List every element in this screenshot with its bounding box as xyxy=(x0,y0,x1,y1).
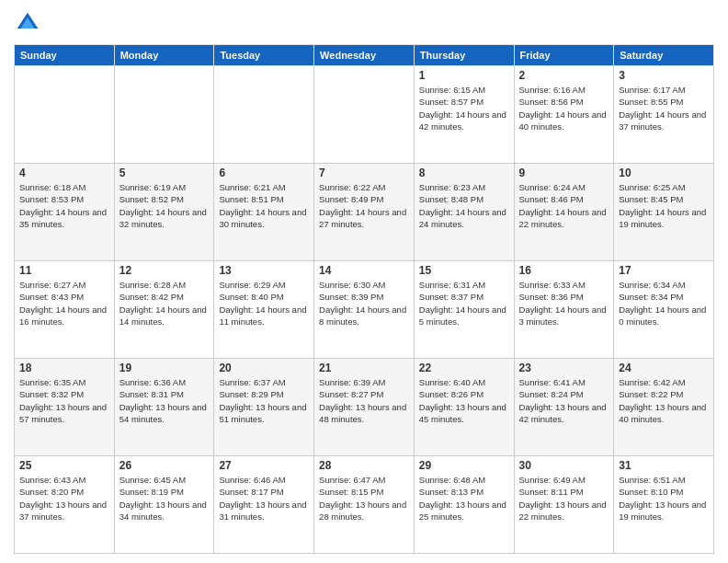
day-info: Sunrise: 6:37 AMSunset: 8:29 PMDaylight:… xyxy=(219,376,309,425)
day-number: 20 xyxy=(219,362,309,374)
calendar-cell: 18Sunrise: 6:35 AMSunset: 8:32 PMDayligh… xyxy=(15,359,115,456)
day-info: Sunrise: 6:51 AMSunset: 8:10 PMDaylight:… xyxy=(619,474,709,523)
day-number: 29 xyxy=(419,459,509,472)
header xyxy=(14,9,714,37)
day-number: 25 xyxy=(19,459,109,472)
day-number: 23 xyxy=(519,362,609,374)
calendar-cell: 31Sunrise: 6:51 AMSunset: 8:10 PMDayligh… xyxy=(614,456,714,554)
day-info: Sunrise: 6:31 AMSunset: 8:37 PMDaylight:… xyxy=(419,279,509,327)
day-number: 13 xyxy=(219,264,309,277)
day-info: Sunrise: 6:29 AMSunset: 8:40 PMDaylight:… xyxy=(219,279,309,327)
day-number: 11 xyxy=(19,264,109,277)
calendar-cell: 17Sunrise: 6:34 AMSunset: 8:34 PMDayligh… xyxy=(614,261,714,359)
day-number: 16 xyxy=(519,264,609,277)
day-number: 10 xyxy=(619,167,709,179)
day-info: Sunrise: 6:30 AMSunset: 8:39 PMDaylight:… xyxy=(319,279,409,327)
calendar-cell: 25Sunrise: 6:43 AMSunset: 8:20 PMDayligh… xyxy=(15,456,115,554)
calendar-cell: 30Sunrise: 6:49 AMSunset: 8:11 PMDayligh… xyxy=(514,456,614,554)
day-info: Sunrise: 6:27 AMSunset: 8:43 PMDaylight:… xyxy=(19,279,109,327)
day-number: 31 xyxy=(619,459,709,472)
calendar-header-thursday: Thursday xyxy=(414,45,514,66)
day-info: Sunrise: 6:21 AMSunset: 8:51 PMDaylight:… xyxy=(219,181,309,230)
day-number: 14 xyxy=(319,264,409,277)
calendar-cell: 14Sunrise: 6:30 AMSunset: 8:39 PMDayligh… xyxy=(314,261,415,359)
calendar-cell xyxy=(114,66,214,164)
day-info: Sunrise: 6:48 AMSunset: 8:13 PMDaylight:… xyxy=(419,474,509,523)
calendar-header-sunday: Sunday xyxy=(15,45,115,66)
calendar-header-tuesday: Tuesday xyxy=(214,45,314,66)
calendar-cell: 3Sunrise: 6:17 AMSunset: 8:55 PMDaylight… xyxy=(614,66,714,164)
calendar-cell: 27Sunrise: 6:46 AMSunset: 8:17 PMDayligh… xyxy=(214,456,314,554)
day-number: 8 xyxy=(419,167,509,179)
calendar-cell xyxy=(15,66,115,164)
calendar-header-row: SundayMondayTuesdayWednesdayThursdayFrid… xyxy=(15,45,714,66)
day-number: 30 xyxy=(519,459,609,472)
day-number: 2 xyxy=(519,69,609,82)
day-info: Sunrise: 6:25 AMSunset: 8:45 PMDaylight:… xyxy=(619,181,709,230)
day-number: 7 xyxy=(319,167,409,179)
calendar-cell: 7Sunrise: 6:22 AMSunset: 8:49 PMDaylight… xyxy=(314,164,415,261)
logo-icon xyxy=(14,9,41,37)
day-number: 4 xyxy=(19,167,109,179)
day-info: Sunrise: 6:41 AMSunset: 8:24 PMDaylight:… xyxy=(519,376,609,425)
day-info: Sunrise: 6:24 AMSunset: 8:46 PMDaylight:… xyxy=(519,181,609,230)
calendar-cell: 23Sunrise: 6:41 AMSunset: 8:24 PMDayligh… xyxy=(514,359,614,456)
day-info: Sunrise: 6:17 AMSunset: 8:55 PMDaylight:… xyxy=(619,84,709,132)
calendar-cell: 21Sunrise: 6:39 AMSunset: 8:27 PMDayligh… xyxy=(314,359,415,456)
calendar-header-wednesday: Wednesday xyxy=(314,45,415,66)
day-number: 1 xyxy=(419,69,509,82)
day-number: 26 xyxy=(119,459,210,472)
calendar-cell: 24Sunrise: 6:42 AMSunset: 8:22 PMDayligh… xyxy=(614,359,714,456)
day-info: Sunrise: 6:43 AMSunset: 8:20 PMDaylight:… xyxy=(19,474,109,523)
calendar-week-1: 4Sunrise: 6:18 AMSunset: 8:53 PMDaylight… xyxy=(15,164,714,261)
page: SundayMondayTuesdayWednesdayThursdayFrid… xyxy=(0,0,728,563)
calendar-cell: 10Sunrise: 6:25 AMSunset: 8:45 PMDayligh… xyxy=(614,164,714,261)
calendar-cell: 28Sunrise: 6:47 AMSunset: 8:15 PMDayligh… xyxy=(314,456,415,554)
calendar-cell: 16Sunrise: 6:33 AMSunset: 8:36 PMDayligh… xyxy=(514,261,614,359)
day-number: 28 xyxy=(319,459,409,472)
day-info: Sunrise: 6:34 AMSunset: 8:34 PMDaylight:… xyxy=(619,279,709,327)
day-number: 21 xyxy=(319,362,409,374)
calendar-week-4: 25Sunrise: 6:43 AMSunset: 8:20 PMDayligh… xyxy=(15,456,714,554)
calendar-week-3: 18Sunrise: 6:35 AMSunset: 8:32 PMDayligh… xyxy=(15,359,714,456)
day-info: Sunrise: 6:23 AMSunset: 8:48 PMDaylight:… xyxy=(419,181,509,230)
calendar-header-friday: Friday xyxy=(514,45,614,66)
day-number: 22 xyxy=(419,362,509,374)
day-number: 19 xyxy=(119,362,210,374)
calendar-cell: 2Sunrise: 6:16 AMSunset: 8:56 PMDaylight… xyxy=(514,66,614,164)
day-info: Sunrise: 6:33 AMSunset: 8:36 PMDaylight:… xyxy=(519,279,609,327)
day-info: Sunrise: 6:45 AMSunset: 8:19 PMDaylight:… xyxy=(119,474,210,523)
day-number: 9 xyxy=(519,167,609,179)
calendar-cell: 11Sunrise: 6:27 AMSunset: 8:43 PMDayligh… xyxy=(15,261,115,359)
day-info: Sunrise: 6:42 AMSunset: 8:22 PMDaylight:… xyxy=(619,376,709,425)
calendar-cell: 9Sunrise: 6:24 AMSunset: 8:46 PMDaylight… xyxy=(514,164,614,261)
calendar-cell xyxy=(214,66,314,164)
day-info: Sunrise: 6:47 AMSunset: 8:15 PMDaylight:… xyxy=(319,474,409,523)
calendar: SundayMondayTuesdayWednesdayThursdayFrid… xyxy=(14,44,714,554)
day-info: Sunrise: 6:19 AMSunset: 8:52 PMDaylight:… xyxy=(119,181,210,230)
day-number: 27 xyxy=(219,459,309,472)
calendar-cell: 19Sunrise: 6:36 AMSunset: 8:31 PMDayligh… xyxy=(114,359,214,456)
day-number: 5 xyxy=(119,167,210,179)
day-number: 18 xyxy=(19,362,109,374)
calendar-header-monday: Monday xyxy=(114,45,214,66)
calendar-cell xyxy=(314,66,415,164)
day-number: 24 xyxy=(619,362,709,374)
day-info: Sunrise: 6:36 AMSunset: 8:31 PMDaylight:… xyxy=(119,376,210,425)
calendar-week-2: 11Sunrise: 6:27 AMSunset: 8:43 PMDayligh… xyxy=(15,261,714,359)
day-info: Sunrise: 6:28 AMSunset: 8:42 PMDaylight:… xyxy=(119,279,210,327)
calendar-cell: 26Sunrise: 6:45 AMSunset: 8:19 PMDayligh… xyxy=(114,456,214,554)
day-info: Sunrise: 6:39 AMSunset: 8:27 PMDaylight:… xyxy=(319,376,409,425)
calendar-cell: 5Sunrise: 6:19 AMSunset: 8:52 PMDaylight… xyxy=(114,164,214,261)
calendar-week-0: 1Sunrise: 6:15 AMSunset: 8:57 PMDaylight… xyxy=(15,66,714,164)
day-info: Sunrise: 6:18 AMSunset: 8:53 PMDaylight:… xyxy=(19,181,109,230)
calendar-body: 1Sunrise: 6:15 AMSunset: 8:57 PMDaylight… xyxy=(15,66,714,554)
calendar-cell: 6Sunrise: 6:21 AMSunset: 8:51 PMDaylight… xyxy=(214,164,314,261)
day-number: 6 xyxy=(219,167,309,179)
calendar-cell: 13Sunrise: 6:29 AMSunset: 8:40 PMDayligh… xyxy=(214,261,314,359)
day-info: Sunrise: 6:40 AMSunset: 8:26 PMDaylight:… xyxy=(419,376,509,425)
calendar-cell: 22Sunrise: 6:40 AMSunset: 8:26 PMDayligh… xyxy=(414,359,514,456)
day-number: 15 xyxy=(419,264,509,277)
day-number: 12 xyxy=(119,264,210,277)
day-info: Sunrise: 6:49 AMSunset: 8:11 PMDaylight:… xyxy=(519,474,609,523)
